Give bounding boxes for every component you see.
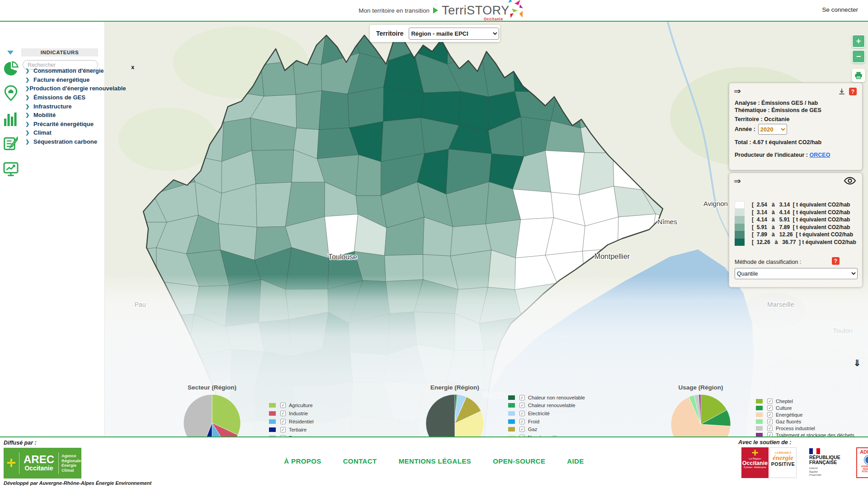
- legend-class-row: [ 12.26 à 36.77 ] t équivalent CO2/hab: [735, 239, 856, 246]
- legend-checkbox[interactable]: ✓: [519, 403, 525, 408]
- occitan-cross-icon: ✛: [4, 457, 19, 469]
- legend-item-label: Process industriel: [776, 426, 815, 431]
- help-icon[interactable]: ?: [832, 257, 840, 265]
- legend-checkbox[interactable]: ✓: [519, 427, 525, 432]
- year-select[interactable]: 2020: [758, 124, 787, 135]
- legend-checkbox[interactable]: ✓: [767, 412, 773, 418]
- classification-select[interactable]: Quantile: [735, 268, 858, 279]
- legend-item-label: Industrie: [289, 411, 308, 416]
- legend-item-label: Cheptel: [776, 399, 793, 404]
- legend-color-swatch: [508, 419, 515, 424]
- footer-links: À PROPOSCONTACTMENTIONS LÉGALESOPEN-SOUR…: [181, 457, 687, 465]
- arec-logo[interactable]: ✛ AREC Occitanie AgenceRégionaleÉnergieC…: [4, 448, 81, 479]
- legend-color-swatch: [269, 419, 276, 424]
- occ-t3: Pyrénées - Méditerranée: [741, 466, 769, 469]
- choropleth-map[interactable]: Territoire Région - maille EPCI + − ⇒ ? …: [105, 22, 868, 436]
- legend-color-swatch: [756, 426, 763, 431]
- thematique-label: Thématique :: [735, 107, 770, 113]
- rf-l2: FRANÇAISE: [809, 460, 837, 465]
- sidebar-item-5[interactable]: ❯Infrastructure: [0, 102, 105, 111]
- pie-legend-row: ✓Industrie: [269, 409, 313, 418]
- monitor-chart-icon[interactable]: [3, 160, 19, 178]
- city-label-avignon: Avignon: [703, 200, 728, 207]
- occ-t2: Occitanie: [741, 460, 769, 466]
- confetti-triangle: [514, 0, 520, 5]
- ademe-logo[interactable]: ADEME AGENCE DE LATRANSITIONÉCOLOGIQUE: [856, 447, 868, 478]
- occitan-cross-icon: ✛: [741, 449, 769, 457]
- print-button[interactable]: [852, 69, 865, 82]
- sidebar-item-label: Séquestration carbone: [33, 138, 97, 145]
- soutien-label: Avec le soutien de :: [738, 439, 791, 446]
- energie-positive-logo[interactable]: LA RÉGION À énergie POSITIVE: [769, 447, 797, 478]
- producer-link[interactable]: ORCEO: [810, 152, 830, 158]
- territory-select[interactable]: Région - maille EPCI: [409, 28, 499, 40]
- territory-card: Territoire Région - maille EPCI: [370, 25, 500, 42]
- home-pin-icon[interactable]: [3, 84, 19, 102]
- footer-link-1[interactable]: À PROPOS: [284, 457, 321, 465]
- eye-icon[interactable]: [844, 177, 856, 185]
- panel-collapse-icon[interactable]: ⇒: [734, 86, 741, 96]
- sidebar-item-label: Facture énergétique: [33, 76, 90, 83]
- report-icon[interactable]: [3, 135, 19, 153]
- republique-francaise-logo[interactable]: RÉPUBLIQUEFRANÇAISE LibertéÉgalitéFrater…: [809, 447, 851, 478]
- brand-region: Occitanie: [484, 17, 503, 21]
- legend-color-swatch: [269, 403, 276, 408]
- legend-classes: [ 2.54 à 3.14 [ t équivalent CO2/hab[ 3.…: [735, 201, 856, 246]
- footer-link-2[interactable]: CONTACT: [343, 457, 377, 465]
- confetti-triangle: [507, 0, 512, 2]
- sidebar-collapse-icon[interactable]: [7, 51, 14, 55]
- legend-checkbox[interactable]: ✓: [280, 403, 286, 408]
- legend-checkbox[interactable]: ✓: [767, 419, 773, 424]
- legend-checkbox[interactable]: ✓: [280, 427, 286, 432]
- city-label-nîmes: Nîmes: [657, 218, 677, 225]
- occitanie-region-logo[interactable]: ✛ La Région Occitanie Pyrénées - Méditer…: [741, 447, 769, 478]
- legend-color-swatch: [508, 395, 515, 400]
- download-icon[interactable]: [838, 88, 846, 96]
- legend-checkbox[interactable]: ✓: [519, 395, 525, 400]
- legend-class-row: [ 2.54 à 3.14 [ t équivalent CO2/hab: [735, 201, 856, 209]
- sidebar-item-label: Infrastructure: [33, 103, 72, 110]
- sidebar-item-label: Consommation d'énergie: [33, 67, 104, 74]
- legend-class-label: [ 4.14 à 5.91 [ t équivalent CO2/hab: [752, 216, 850, 223]
- zoom-out-button[interactable]: −: [852, 50, 865, 63]
- legend-checkbox[interactable]: ✓: [767, 399, 773, 404]
- legend-checkbox[interactable]: ✓: [280, 411, 286, 416]
- chevron-right-icon: ❯: [25, 112, 33, 118]
- help-icon[interactable]: ?: [849, 88, 857, 95]
- analyse-label: Analyse :: [735, 100, 760, 106]
- legend-checkbox[interactable]: ✓: [519, 411, 525, 416]
- legend-item-label: Agriculture: [289, 403, 313, 408]
- login-button[interactable]: Se connecter: [822, 6, 858, 13]
- legend-checkbox[interactable]: ✓: [767, 405, 773, 411]
- pie-legend-usage: ✓Cheptel✓Culture✓Energétique✓Gaz fluorés…: [756, 398, 854, 438]
- pie-chart-icon[interactable]: [3, 60, 19, 78]
- legend-checkbox[interactable]: ✓: [767, 426, 773, 431]
- city-label-marseille: Marseille: [767, 300, 794, 308]
- panel-collapse-icon[interactable]: ⇒: [734, 176, 741, 186]
- sidebar-item-label: Mobilité: [33, 112, 56, 118]
- ademe-sub: AGENCE DE LATRANSITIONÉCOLOGIQUE: [857, 465, 868, 473]
- indicators-tab[interactable]: INDICATEURS: [21, 48, 98, 56]
- footer-link-3[interactable]: MENTIONS LÉGALES: [399, 457, 472, 465]
- footer-link-5[interactable]: AIDE: [567, 457, 584, 465]
- legend-class-row: [ 7.89 à 12.26 [ t équivalent CO2/hab: [735, 231, 856, 239]
- pos-t2: énergie: [770, 454, 796, 461]
- chevron-right-icon: ❯: [25, 103, 33, 109]
- chevron-right-icon: ❯: [25, 77, 33, 83]
- city-label-toulouse: Toulouse: [328, 253, 357, 261]
- legend-checkbox[interactable]: ✓: [280, 419, 286, 424]
- city-label-pau: Pau: [135, 301, 146, 308]
- footer-link-4[interactable]: OPEN-SOURCE: [493, 457, 545, 465]
- legend-checkbox[interactable]: ✓: [519, 419, 525, 424]
- footer: Diffusé par : ✛ AREC Occitanie AgenceRég…: [0, 436, 868, 488]
- zoom-in-button[interactable]: +: [852, 34, 865, 48]
- legend-item-label: Energétique: [776, 412, 802, 418]
- divider: [58, 452, 59, 474]
- chevron-right-icon: ❯: [25, 94, 33, 100]
- bar-chart-icon[interactable]: [3, 110, 19, 128]
- chevron-right-icon: ❯: [25, 121, 33, 127]
- legend-color-swatch: [269, 427, 276, 432]
- band-collapse-icon[interactable]: ⇓: [854, 358, 861, 368]
- chevron-right-icon: ❯: [25, 130, 33, 136]
- legend-color-swatch: [756, 419, 763, 424]
